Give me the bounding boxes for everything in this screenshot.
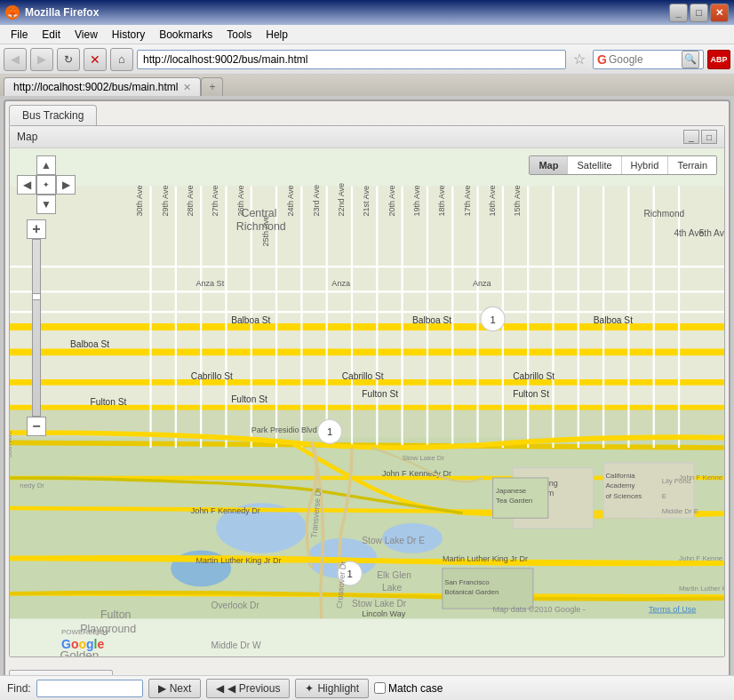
map-type-map[interactable]: Map <box>530 156 568 174</box>
svg-text:Balboa St: Balboa St <box>594 315 633 325</box>
menu-history[interactable]: History <box>105 27 152 43</box>
google-logo: POWERED BY Google <box>61 624 109 651</box>
menu-view[interactable]: View <box>68 27 105 43</box>
svg-text:Martin Luther King Jr Dr: Martin Luther King Jr Dr <box>443 554 528 563</box>
find-bar: Find: ▶ Next ◀ ◀ Previous ✦ Highlight Ma… <box>0 675 734 700</box>
zoom-slider-track[interactable] <box>32 239 41 417</box>
maximize-button[interactable]: □ <box>690 4 708 22</box>
svg-text:Cabrillo St: Cabrillo St <box>342 371 384 381</box>
map-type-hybrid[interactable]: Hybrid <box>622 156 669 174</box>
map-view[interactable]: Balboa St Balboa St Balboa St Balboa St … <box>10 148 724 656</box>
zoom-in-button[interactable]: + <box>27 219 46 239</box>
svg-text:Martin Luther King Jr Dr: Martin Luther King Jr Dr <box>679 585 724 593</box>
title-bar: 🦊 Mozilla Firefox _ □ ✕ <box>0 0 734 25</box>
new-tab-button[interactable]: + <box>201 77 223 96</box>
page-frame: Bus Tracking Map _ □ <box>4 99 730 700</box>
find-prev-label: ◀ Previous <box>227 682 280 695</box>
address-bar[interactable]: http://localhost:9002/bus/main.html <box>137 50 566 69</box>
inner-tab-bar: Bus Tracking <box>9 105 725 126</box>
menu-edit[interactable]: Edit <box>35 27 68 43</box>
svg-text:San Francisco: San Francisco <box>444 578 490 586</box>
svg-text:Tea Garden: Tea Garden <box>496 497 532 505</box>
svg-text:23rd Ave: 23rd Ave <box>312 185 321 217</box>
map-pan-right[interactable]: ▶ <box>56 175 76 195</box>
zoom-out-button[interactable]: − <box>27 417 46 436</box>
window-title: Mozilla Firefox <box>25 6 99 19</box>
svg-text:Fulton St: Fulton St <box>91 397 127 407</box>
svg-text:Fulton St: Fulton St <box>362 389 398 399</box>
map-type-terrain[interactable]: Terrain <box>668 156 716 174</box>
map-minimize-btn[interactable]: _ <box>683 130 699 144</box>
search-box: G 🔍 <box>593 50 704 69</box>
svg-text:16th Ave: 16th Ave <box>488 185 497 216</box>
svg-text:27th Ave: 27th Ave <box>211 185 219 216</box>
menu-bookmarks[interactable]: Bookmarks <box>152 27 219 43</box>
bookmark-star[interactable]: ☆ <box>570 50 589 69</box>
stop-button[interactable]: ✕ <box>84 48 107 71</box>
svg-text:18th Ave: 18th Ave <box>437 185 446 216</box>
match-case-text: Match case <box>388 682 443 695</box>
adblock-button[interactable]: ABP <box>707 50 730 69</box>
svg-text:Balboa St: Balboa St <box>231 315 270 325</box>
current-tab[interactable]: http://localhost:9002/bus/main.html ✕ <box>4 77 201 96</box>
tab-bar: http://localhost:9002/bus/main.html ✕ + <box>0 75 734 96</box>
tab-label: http://localhost:9002/bus/main.html <box>13 81 178 93</box>
tab-close-icon[interactable]: ✕ <box>183 82 191 93</box>
svg-text:Cabrillo St: Cabrillo St <box>513 371 554 381</box>
find-highlight-button[interactable]: ✦ Highlight <box>295 679 369 698</box>
svg-text:Cabrillo St: Cabrillo St <box>191 371 233 381</box>
close-button[interactable]: ✕ <box>710 4 729 22</box>
menu-bar: File Edit View History Bookmarks Tools H… <box>0 25 734 44</box>
forward-button[interactable]: ▶ <box>30 48 53 71</box>
svg-text:21st Ave: 21st Ave <box>362 186 371 217</box>
home-button[interactable]: ⌂ <box>110 48 133 71</box>
search-input[interactable] <box>609 53 680 66</box>
menu-help[interactable]: Help <box>259 27 295 43</box>
svg-text:Middle Dr W: Middle Dr W <box>211 640 260 650</box>
svg-text:17th Ave: 17th Ave <box>463 185 472 216</box>
bus-tracking-tab[interactable]: Bus Tracking <box>9 105 97 126</box>
map-pan-left[interactable]: ◀ <box>17 175 36 195</box>
map-restore-btn[interactable]: □ <box>701 130 717 144</box>
svg-text:E: E <box>662 492 666 500</box>
highlight-label: Highlight <box>317 682 359 695</box>
svg-text:Lake: Lake <box>382 583 402 593</box>
svg-text:Lincoln Way: Lincoln Way <box>362 609 405 618</box>
menu-tools[interactable]: Tools <box>219 27 259 43</box>
find-next-button[interactable]: ▶ Next <box>148 679 202 698</box>
map-pan-up[interactable]: ▲ <box>36 155 56 175</box>
search-button[interactable]: 🔍 <box>682 51 699 68</box>
zoom-slider-thumb[interactable] <box>32 293 41 300</box>
svg-text:Map data ©2010 Google -: Map data ©2010 Google - <box>493 605 586 614</box>
map-window-controls: _ □ <box>683 130 717 144</box>
svg-text:John F Kenne: John F Kenne <box>679 473 723 481</box>
svg-text:28th Ave: 28th Ave <box>186 185 195 216</box>
svg-text:29th Ave: 29th Ave <box>161 185 170 216</box>
match-case-label[interactable]: Match case <box>374 682 443 695</box>
svg-text:5th Ave: 5th Ave <box>699 228 724 238</box>
svg-text:nedy Dr: nedy Dr <box>20 481 44 489</box>
svg-text:Anza: Anza <box>473 279 492 288</box>
svg-text:19th Ave: 19th Ave <box>412 185 421 216</box>
find-input[interactable] <box>36 680 143 697</box>
map-type-satellite[interactable]: Satellite <box>568 156 621 174</box>
map-pan-center[interactable]: ✦ <box>36 175 56 195</box>
svg-text:of Sciences: of Sciences <box>605 492 642 500</box>
refresh-button[interactable]: ↻ <box>57 48 80 71</box>
svg-text:Martin Luther King Jr Dr: Martin Luther King Jr Dr <box>195 556 281 565</box>
svg-text:30th Ave: 30th Ave <box>10 430 13 457</box>
back-button[interactable]: ◀ <box>4 48 27 71</box>
match-case-checkbox[interactable] <box>374 682 386 694</box>
svg-text:Middle Dr E: Middle Dr E <box>662 507 698 515</box>
map-container: Map _ □ <box>9 125 725 657</box>
window-controls: _ □ ✕ <box>669 4 729 22</box>
menu-file[interactable]: File <box>4 27 35 43</box>
map-svg: Balboa St Balboa St Balboa St Balboa St … <box>10 148 724 656</box>
find-previous-button[interactable]: ◀ ◀ Previous <box>206 679 290 698</box>
map-pan-down[interactable]: ▼ <box>36 195 56 214</box>
svg-text:Fulton St: Fulton St <box>231 394 267 404</box>
svg-text:Fulton St: Fulton St <box>513 389 549 399</box>
svg-text:Central: Central <box>241 207 276 219</box>
minimize-button[interactable]: _ <box>669 4 688 22</box>
map-title: Map <box>17 131 37 143</box>
